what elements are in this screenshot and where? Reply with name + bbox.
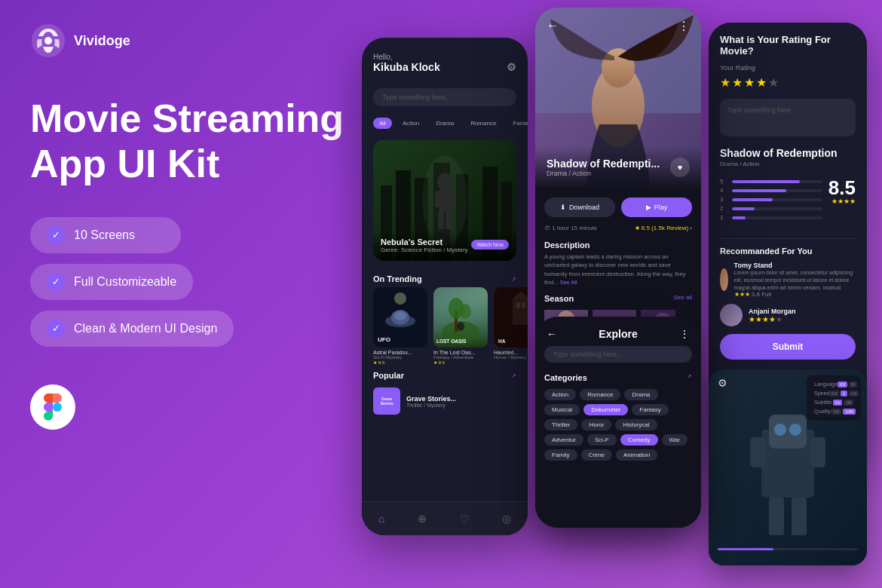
logo-area: Vividoge xyxy=(30,23,347,59)
lang-id[interactable]: ID xyxy=(849,381,857,387)
hero-title: Movie Streaming App UI Kit xyxy=(30,96,347,187)
popular-title: Popular xyxy=(373,371,404,380)
trending-img-1: UFO xyxy=(373,287,427,348)
brand-name: Vividoge xyxy=(74,33,130,49)
player-progress xyxy=(718,548,858,550)
feature-screens-label: 10 Screens xyxy=(74,228,135,242)
check-icon: ✓ xyxy=(47,226,65,244)
user-avatar-2 xyxy=(720,304,743,326)
watch-now-button[interactable]: Watch Now xyxy=(471,240,509,250)
nav-home-icon[interactable]: ⌂ xyxy=(378,513,384,525)
player-gear-icon[interactable]: ⚙ xyxy=(718,377,727,389)
lang-en[interactable]: EN xyxy=(838,381,847,387)
phones-area: Hello, Kikuba Klock ⚙ Type something her… xyxy=(332,0,882,588)
submit-button[interactable]: Submit xyxy=(720,334,856,360)
back-icon[interactable]: ← xyxy=(547,19,559,32)
setting-quality: Quality 720 1080 xyxy=(814,409,853,415)
svg-rect-53 xyxy=(792,498,807,535)
p4-header: ← Explore ⋮ xyxy=(535,317,701,346)
nav-bookmark-icon[interactable]: ♡ xyxy=(460,513,470,525)
logo-icon xyxy=(30,23,66,59)
more-options-icon[interactable]: ⋮ xyxy=(678,19,690,33)
category-drama[interactable]: Drama xyxy=(430,118,460,129)
p4-categories-header: Categories ↗ xyxy=(535,370,701,385)
setting-speed-options: 0.5 1 1.5 xyxy=(829,390,859,397)
download-button[interactable]: ⬇ Download xyxy=(544,198,615,217)
explore-back-icon[interactable]: ← xyxy=(547,328,557,340)
trending-img-3: HA xyxy=(494,287,528,348)
category-action[interactable]: Action xyxy=(397,118,425,129)
tag-dokumeter[interactable]: Dokumeter xyxy=(583,404,628,415)
p5-player-area: ⚙ Language EN ID Speed 0.5 1 xyxy=(709,369,867,565)
p1-username-row: Kikuba Klock ⚙ xyxy=(373,61,516,73)
tag-fantasy[interactable]: Fantasy xyxy=(632,404,668,415)
trending-link-icon[interactable]: ↗ xyxy=(511,276,516,283)
feature-customizable-label: Full Customizeable xyxy=(74,275,176,289)
nav-profile-icon[interactable]: ◎ xyxy=(502,513,511,525)
download-icon: ⬇ xyxy=(560,204,566,211)
category-all[interactable]: All xyxy=(373,118,392,129)
category-fantasy[interactable]: Fantasy xyxy=(507,118,528,129)
trending-list: UFO Astral Paradox... Sci-Fi Mystery ★ 8… xyxy=(362,287,528,365)
p5-bg: ⚙ Language EN ID Speed 0.5 1 xyxy=(709,369,867,565)
p2-meta: ⏱ 1 hour 15 minute ★ 8.5 (1.5k Review) › xyxy=(535,222,701,234)
sub-off[interactable]: Off xyxy=(844,400,853,406)
p2-duration: ⏱ 1 hour 15 minute xyxy=(544,225,597,231)
tag-crime[interactable]: Crime xyxy=(581,449,612,461)
rating-question: What is Your Rating For Movie? xyxy=(720,34,856,57)
category-romance[interactable]: Romance xyxy=(464,118,502,129)
p2-rating: ★ 8.5 (1.5k Review) › xyxy=(635,225,692,231)
tag-romance[interactable]: Romance xyxy=(580,389,620,400)
tag-musical[interactable]: Musical xyxy=(544,404,580,415)
rating-label: Your Rating xyxy=(720,64,856,72)
settings-icon[interactable]: ⚙ xyxy=(507,61,516,73)
see-all-description[interactable]: See All xyxy=(559,279,577,286)
rating-stars[interactable]: ★★★★★ xyxy=(720,75,856,90)
phone-player: ⚙ Language EN ID Speed 0.5 1 xyxy=(709,369,867,565)
explore-search[interactable]: Type something here... xyxy=(544,346,692,363)
explore-more-icon[interactable]: ⋮ xyxy=(679,328,690,340)
tag-action[interactable]: Action xyxy=(544,389,576,400)
tag-thriller[interactable]: Thriller xyxy=(544,419,577,430)
explore-title: Explore xyxy=(599,328,637,340)
tag-war[interactable]: War xyxy=(662,434,688,446)
progress-track xyxy=(718,548,858,550)
user-avatar-1 xyxy=(720,268,728,291)
p2-seasons-header: Season See all xyxy=(535,291,701,306)
nav-search-icon[interactable]: ⊕ xyxy=(418,513,427,525)
season-see-all[interactable]: See all xyxy=(674,294,692,303)
popular-link[interactable]: ↗ xyxy=(511,372,516,379)
user-review-1: Tomy Stand Lorem ipsum dolor sit amet, c… xyxy=(720,262,856,298)
tag-family[interactable]: Family xyxy=(544,449,577,461)
play-button[interactable]: ▶ Play xyxy=(621,198,692,217)
speed-05[interactable]: 0.5 xyxy=(829,390,839,397)
tag-horor[interactable]: Horor xyxy=(581,419,611,430)
tag-comedy[interactable]: Comedy xyxy=(620,434,658,446)
p2-hero: ← ⋮ Shadow of Redempti... Drama / Action… xyxy=(535,8,701,188)
p4-tags: Action Romance Drama Musical Dokumeter F… xyxy=(535,385,701,464)
bar-3: 3 xyxy=(720,196,822,203)
p3-movie-genre: Drama / Action xyxy=(720,161,856,167)
tag-sci-f[interactable]: Sci-F xyxy=(587,434,617,446)
setting-subtitle-options: On Off xyxy=(833,400,853,406)
categories-expand[interactable]: ↗ xyxy=(687,373,692,382)
tag-historycal[interactable]: Historycal xyxy=(615,419,657,430)
trending-card-title-2: In The Lost Oas... xyxy=(433,350,488,355)
quality-720[interactable]: 720 xyxy=(831,409,841,415)
tag-adventur[interactable]: Adventur xyxy=(544,434,583,446)
tag-drama[interactable]: Drama xyxy=(624,389,657,400)
speed-1[interactable]: 1 xyxy=(841,390,847,397)
p2-movie-title: Shadow of Redempti... xyxy=(547,158,690,170)
svg-point-21 xyxy=(394,292,406,305)
tag-animation[interactable]: Animation xyxy=(616,449,658,461)
heart-icon[interactable]: ♥ xyxy=(670,158,690,177)
rating-textarea[interactable]: Type something here... xyxy=(720,99,856,136)
sub-on[interactable]: On xyxy=(833,400,843,406)
score-number: 8.5 xyxy=(828,178,856,198)
speed-15[interactable]: 1.5 xyxy=(849,390,859,397)
user-name-2: Anjani Morgan xyxy=(749,308,796,315)
quality-1080[interactable]: 1080 xyxy=(843,409,856,415)
p3-divider xyxy=(720,238,856,239)
phone-home: Hello, Kikuba Klock ⚙ Type something her… xyxy=(362,38,528,535)
p1-search-bar[interactable]: Type something here... xyxy=(373,88,516,106)
